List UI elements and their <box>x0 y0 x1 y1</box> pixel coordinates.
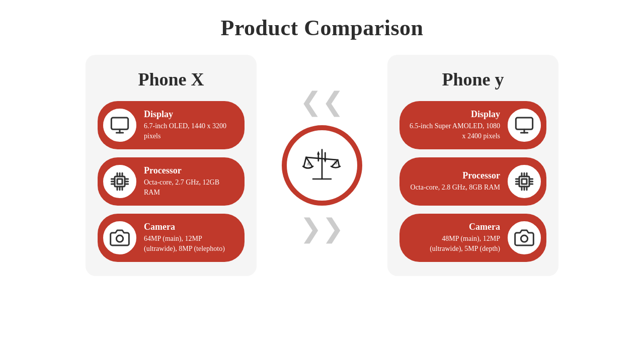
phone-y-display-value: 6.5-inch Super AMOLED, 1080 x 2400 pixel… <box>408 121 500 141</box>
svg-point-17 <box>116 235 123 242</box>
chevrons-left: ❮ ❮ <box>300 89 344 115</box>
middle-section: ❮ ❮ A <box>257 89 387 242</box>
svg-rect-31 <box>516 118 532 129</box>
chevron-right-2: ❯ <box>322 216 344 242</box>
monitor-icon-y <box>514 115 534 135</box>
cpu-icon-x <box>110 171 130 192</box>
phone-y-camera-row: Camera 48MP (main), 12MP (ultrawide), 5M… <box>399 214 546 262</box>
phone-y-camera-value: 48MP (main), 12MP (ultrawide), 5MP (dept… <box>408 234 500 253</box>
chevron-left-2: ❮ <box>322 89 344 115</box>
chevron-right-1: ❯ <box>300 216 322 242</box>
processor-icon-circle-y <box>506 163 542 200</box>
phone-x-display-name: Display <box>144 109 236 120</box>
phone-y-processor-value: Octa-core, 2.8 GHz, 8GB RAM <box>408 183 500 193</box>
svg-point-48 <box>521 235 527 242</box>
phone-y-camera-name: Camera <box>408 222 500 232</box>
camera-icon-circle-x <box>102 220 138 256</box>
phone-x-camera-row: Camera 64MP (main), 12MP (ultrawide), 8M… <box>98 214 245 262</box>
phone-x-processor-value: Octa-core, 2.7 GHz, 12GB RAM <box>144 177 236 197</box>
camera-icon-circle-y <box>506 220 542 256</box>
display-icon-circle-x <box>102 107 138 143</box>
phone-x-title: Phone X <box>98 69 245 90</box>
phone-x-display-value: 6.7-inch OLED, 1440 x 3200 pixels <box>144 121 236 141</box>
camera-icon-y <box>514 228 534 248</box>
svg-text:A: A <box>306 161 310 166</box>
cpu-icon-y <box>514 171 534 192</box>
phone-y-processor-name: Processor <box>408 170 500 181</box>
phone-x-display-text: Display 6.7-inch OLED, 1440 x 3200 pixel… <box>144 109 236 141</box>
chevrons-right: ❯ ❯ <box>300 216 344 242</box>
phone-x-processor-row: Processor Octa-core, 2.7 GHz, 12GB RAM <box>98 157 245 206</box>
phone-x-card: Phone X Display 6.7-inch OLED, 1440 x 32… <box>86 55 257 276</box>
page-title: Product Comparison <box>221 15 424 41</box>
balance-scale-icon: A B <box>299 143 345 188</box>
display-icon-circle-y <box>506 107 542 143</box>
phone-y-title: Phone y <box>399 69 546 90</box>
svg-line-21 <box>304 157 306 166</box>
phone-x-camera-text: Camera 64MP (main), 12MP (ultrawide), 8M… <box>144 222 236 253</box>
phone-y-processor-row: Processor Octa-core, 2.8 GHz, 8GB RAM <box>399 157 546 206</box>
balance-circle: A B <box>282 125 362 206</box>
phone-x-camera-value: 64MP (main), 12MP (ultrawide), 8MP (tele… <box>144 234 236 253</box>
svg-marker-30 <box>324 159 327 162</box>
svg-rect-47 <box>522 179 527 184</box>
phone-x-camera-name: Camera <box>144 222 236 232</box>
svg-line-24 <box>338 160 340 166</box>
phone-x-display-row: Display 6.7-inch OLED, 1440 x 3200 pixel… <box>98 101 245 149</box>
phone-y-display-name: Display <box>408 109 500 120</box>
svg-rect-0 <box>111 118 128 129</box>
phone-y-display-row: Display 6.5-inch Super AMOLED, 1080 x 24… <box>399 101 546 149</box>
phone-y-processor-text: Processor Octa-core, 2.8 GHz, 8GB RAM <box>408 170 500 193</box>
phone-y-card: Phone y Display 6.5-inch Super AMOLED, 1… <box>387 55 558 276</box>
phone-x-processor-text: Processor Octa-core, 2.7 GHz, 12GB RAM <box>144 165 236 197</box>
svg-rect-34 <box>519 176 529 187</box>
phone-x-processor-name: Processor <box>144 165 236 176</box>
svg-rect-3 <box>115 176 125 187</box>
phone-y-display-text: Display 6.5-inch Super AMOLED, 1080 x 24… <box>408 109 500 141</box>
monitor-icon-x <box>110 115 130 135</box>
processor-icon-circle-x <box>102 163 138 200</box>
svg-text:B: B <box>334 160 337 165</box>
comparison-wrapper: Phone X Display 6.7-inch OLED, 1440 x 32… <box>20 55 624 276</box>
chevron-left-1: ❮ <box>300 89 322 115</box>
svg-marker-28 <box>317 151 319 154</box>
phone-y-camera-text: Camera 48MP (main), 12MP (ultrawide), 5M… <box>408 222 500 253</box>
svg-rect-16 <box>117 179 122 184</box>
camera-icon-x <box>110 228 130 248</box>
